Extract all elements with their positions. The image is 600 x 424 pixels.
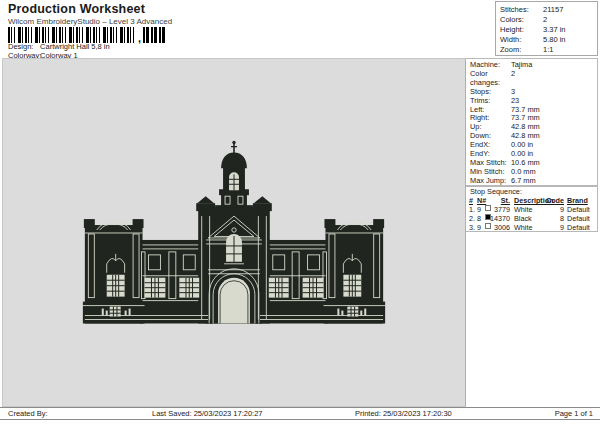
summary-row: Stitches:21157 (500, 5, 597, 15)
summary-row: Colors:2 (500, 15, 597, 25)
stop-sequence-header: # N# St. Description Code Brand (466, 196, 597, 205)
stop-sequence-title: Stop Sequence: (466, 187, 597, 196)
summary-row: Height:3.37 in (500, 25, 597, 35)
printed-text: Printed: 25/03/2023 17:20:30 (355, 408, 452, 420)
design-label: Design: (8, 42, 38, 51)
app-subtitle: Wilcom EmbroideryStudio – Level 3 Advanc… (8, 17, 172, 26)
stop-sequence-row: 1. 9 3779 White 9 Default (466, 205, 597, 214)
design-field: Design: Cartwright Hall 5,8 in (8, 42, 110, 51)
last-saved-text: Last Saved: 25/03/2023 17:20:27 (152, 408, 263, 420)
footer-bar: Created By: Last Saved: 25/03/2023 17:20… (0, 407, 600, 420)
page-title: Production Worksheet (8, 2, 145, 16)
embroidery-design-cartwright-hall (3, 59, 465, 406)
design-summary-box: Stitches:21157 Colors:2 Height:3.37 in W… (495, 1, 598, 56)
production-worksheet-page: Production Worksheet Wilcom EmbroiderySt… (0, 0, 600, 424)
stop-sequence-row: 3. 9 3006 White 9 Default (466, 223, 597, 232)
stop-sequence-row: 2. 8 14370 Black 8 Default (466, 214, 597, 223)
design-barcode: , (8, 27, 165, 43)
machine-row: Color changes:2 (466, 70, 597, 88)
design-preview-canvas (2, 58, 466, 407)
barcode-comma: , (138, 34, 141, 43)
page-number: Page 1 of 1 (555, 408, 593, 420)
created-by-label: Created By: (8, 408, 48, 420)
design-value: Cartwright Hall 5,8 in (40, 42, 110, 51)
stop-sequence-panel: Stop Sequence: # N# St. Description Code… (466, 186, 598, 232)
summary-row: Width:5.80 in (500, 35, 597, 45)
machine-info-panel: Machine:Tajima Color changes:2 Stops:3 T… (466, 58, 598, 186)
barcode-bars-icon (8, 27, 136, 43)
summary-row: Zoom:1:1 (500, 45, 597, 55)
barcode-bars-icon (143, 27, 165, 43)
